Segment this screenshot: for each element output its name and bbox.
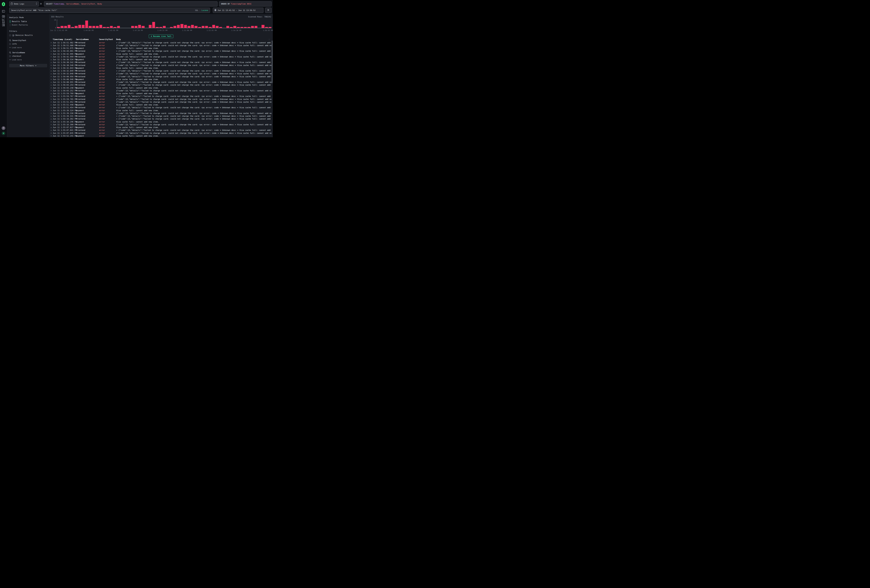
table-row[interactable]: ❯Jun 11 1:56:42.999 PMfrontenderror{"cod… xyxy=(51,55,271,58)
expand-chevron-icon: ❯ xyxy=(51,129,53,132)
table-row[interactable]: ❯Jun 11 1:56:38.534 PMpaymenterrorVisa c… xyxy=(51,58,271,61)
histogram-bar xyxy=(68,25,70,28)
table-row[interactable]: ❯Jun 11 1:56:43.001 PMfrontenderror×{"co… xyxy=(51,50,271,52)
table-row[interactable]: ❯Jun 11 1:55:07.835 PMfrontenderror{"cod… xyxy=(51,132,271,134)
order-by-input[interactable]: ORDER BY TimestampTime DESC xyxy=(219,1,272,6)
row-timestamp: Jun 11 1:55:51.454 PM xyxy=(53,106,76,109)
table-row[interactable]: ❯Jun 11 1:56:08.955 PMfrontenderror{"cod… xyxy=(51,81,271,84)
table-row[interactable]: ❯Jun 11 1:55:39.324 PMpaymenterrorVisa c… xyxy=(51,109,271,112)
denoise-checkbox[interactable] xyxy=(9,34,11,36)
table-row[interactable]: ❯Jun 11 1:55:07.827 PMpaymenterrorVisa c… xyxy=(51,126,271,129)
table-row[interactable]: ❯Jun 11 1:56:51.982 PMfrontenderror×{"co… xyxy=(51,41,271,44)
user-avatar[interactable]: U xyxy=(2,131,5,135)
table-row[interactable]: ❯Jun 11 1:55:07.841 PMfrontenderror×{"co… xyxy=(51,129,271,132)
row-service: payment xyxy=(76,53,99,55)
column-header-timestamp[interactable]: Timestamp (Local) xyxy=(53,38,76,41)
column-resize-handle[interactable]: ⋮ xyxy=(74,38,76,41)
row-body: Visa cache full: cannot add new item. xyxy=(116,78,271,80)
table-row[interactable]: ❯Jun 11 1:55:59.765 PMfrontenderror{"cod… xyxy=(51,98,271,101)
column-header-severitytext[interactable]: SeverityText xyxy=(99,38,116,41)
lucene-mode-button[interactable]: Lucene xyxy=(201,9,208,11)
row-severity: error xyxy=(99,50,116,52)
row-severity: error xyxy=(99,42,116,44)
more-filters-button[interactable]: More filters xyxy=(9,64,47,67)
table-row[interactable]: ❯Jun 11 1:55:51.454 PMfrontenderror×{"co… xyxy=(51,106,271,109)
table-row[interactable]: ❯Jun 11 1:55:39.331 PMfrontenderror×{"co… xyxy=(51,115,271,118)
denoise-results-toggle[interactable]: Denoise Results xyxy=(7,33,49,37)
table-row[interactable]: ❯Jun 11 1:55:59.760 PMpaymenterrorVisa c… xyxy=(51,92,271,95)
expand-chevron-icon: ❯ xyxy=(51,101,53,103)
laptop-icon[interactable] xyxy=(2,21,5,23)
table-row[interactable]: ❯Jun 11 1:56:38.542 PMfrontenderror×{"co… xyxy=(51,61,271,64)
y-axis-max-label: 24 xyxy=(54,19,56,21)
panel-left-icon[interactable] xyxy=(2,10,5,12)
run-query-button[interactable] xyxy=(265,7,272,13)
resume-live-tail-button[interactable]: Resume Live Tail xyxy=(149,34,173,38)
results-panel: 333 Results Scanned Rows: 788242 24 0 Ju… xyxy=(49,14,273,137)
table-row[interactable]: ❯Jun 11 1:56:38.540 PMfrontenderror{"cod… xyxy=(51,64,271,67)
table-row[interactable]: ❯Jun 11 1:55:59.767 PMfrontenderror×{"co… xyxy=(51,95,271,98)
load-more-button[interactable]: Load more xyxy=(7,46,49,49)
filter-option[interactable]: info xyxy=(7,42,49,46)
table-row[interactable]: ❯Jun 11 1:56:32.849 PMfrontenderror×{"co… xyxy=(51,70,271,72)
analysis-mode-item[interactable]: Event Patterns xyxy=(7,23,49,27)
results-summary-row: 333 Results Scanned Rows: 788242 xyxy=(51,16,271,18)
results-histogram: 24 0 Jun 11 1:41:45 PM1:44:00 PM1:45:45 … xyxy=(57,20,271,28)
log-search-icon[interactable] xyxy=(2,15,5,18)
table-row[interactable]: ❯Jun 11 1:56:51.980 PMfrontenderror{"cod… xyxy=(51,44,271,47)
table-row[interactable]: ❯Jun 11 1:55:51.448 PMpaymenterrorVisa c… xyxy=(51,104,271,106)
scrollbar-thumb[interactable] xyxy=(272,40,273,83)
row-body: {"code":13,"details":"failed to charge c… xyxy=(116,89,271,92)
body-x-marker: × xyxy=(116,61,118,64)
row-timestamp: Jun 11 1:55:59.767 PM xyxy=(53,95,76,97)
filter-checkbox[interactable] xyxy=(9,55,11,57)
filter-option[interactable]: checkout xyxy=(7,54,49,58)
updown-chevron-icon xyxy=(36,3,37,5)
table-row[interactable]: ❯Jun 11 1:55:51.452 PMfrontenderror{"cod… xyxy=(51,101,271,103)
source-select-value: Demo Logs xyxy=(14,3,34,5)
table-row[interactable]: ❯Jun 11 1:54:52.241 PMpaymenterrorVisa c… xyxy=(51,134,271,137)
load-more-button[interactable]: Load more xyxy=(7,58,49,61)
table-row[interactable]: ❯Jun 11 1:56:51.975 PMpaymenterrorVisa c… xyxy=(51,47,271,50)
row-service: frontend xyxy=(76,84,99,86)
body-x-marker: × xyxy=(116,76,118,78)
table-row[interactable]: ❯Jun 11 1:55:16.296 PMpaymenterrorVisa c… xyxy=(51,121,271,123)
table-row[interactable]: ❯Jun 11 1:56:42.995 PMpaymenterrorVisa c… xyxy=(51,52,271,55)
filter-checkbox[interactable] xyxy=(9,43,11,45)
sql-mode-button[interactable]: SQL xyxy=(195,9,198,11)
row-service: frontend xyxy=(76,118,99,120)
body-x-marker: × xyxy=(116,106,118,109)
analysis-mode-header: Analysis Mode xyxy=(7,14,49,20)
column-header-servicename[interactable]: ServiceName xyxy=(76,38,99,41)
row-timestamp: Jun 11 1:55:39.330 PM xyxy=(53,112,76,115)
table-row[interactable]: ❯Jun 11 1:56:08.948 PMpaymenterrorVisa c… xyxy=(51,78,271,81)
column-options-handle[interactable]: ⋮ xyxy=(268,38,270,41)
table-row[interactable]: ❯Jun 11 1:56:08.956 PMfrontenderror×{"co… xyxy=(51,75,271,78)
line-chart-icon[interactable] xyxy=(2,18,5,21)
table-row[interactable]: ❯Jun 11 1:56:03.252 PMfrontenderror{"cod… xyxy=(51,89,271,92)
table-row[interactable]: ❯Jun 11 1:56:32.843 PMpaymenterrorVisa c… xyxy=(51,67,271,69)
analysis-mode-item[interactable]: Results Table xyxy=(7,20,49,23)
table-row[interactable]: ❯Jun 11 1:56:32.848 PMfrontenderror{"cod… xyxy=(51,72,271,75)
column-resize-handle[interactable]: ⋮ xyxy=(98,38,99,41)
table-row[interactable]: ❯Jun 11 1:55:39.330 PMfrontenderror{"cod… xyxy=(51,112,271,115)
table-row[interactable]: ❯Jun 11 1:56:03.254 PMfrontenderror×{"co… xyxy=(51,84,271,86)
column-resize-handle[interactable]: ⋮ xyxy=(115,38,116,41)
dashboard-icon[interactable] xyxy=(2,24,5,26)
hyperdx-logo-icon[interactable] xyxy=(2,2,5,6)
select-clause-input[interactable]: SELECT Timestamp, ServiceName, SeverityT… xyxy=(44,1,218,6)
table-row[interactable]: ❯Jun 11 1:55:16.302 PMfrontenderror×{"co… xyxy=(51,118,271,121)
gear-icon[interactable]: ⚙ xyxy=(40,3,42,5)
table-row[interactable]: ❯Jun 11 1:55:16.300 PMfrontenderror{"cod… xyxy=(51,123,271,126)
help-button[interactable]: ? xyxy=(2,126,5,130)
table-row[interactable]: ❯Jun 11 1:56:03.248 PMpaymenterrorVisa c… xyxy=(51,86,271,89)
time-range-picker[interactable]: Jun 11 13:41:52 - Jun 11 13:56:52 xyxy=(213,7,264,13)
row-severity: error xyxy=(99,78,116,80)
search-input[interactable]: SeverityText:error AND "Visa cache full"… xyxy=(9,7,210,13)
source-select[interactable]: Demo Logs xyxy=(9,1,39,6)
column-header-body[interactable]: Body xyxy=(116,38,271,41)
row-timestamp: Jun 11 1:55:59.765 PM xyxy=(53,98,76,100)
expand-chevron-icon: ❯ xyxy=(51,123,53,126)
histogram-bars xyxy=(57,20,271,28)
histogram-bar xyxy=(152,22,155,28)
